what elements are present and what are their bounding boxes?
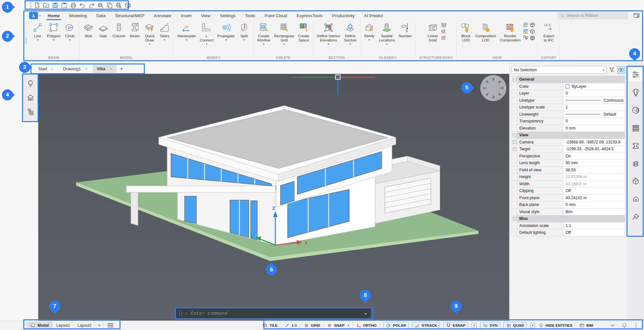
ribbon-tab-view[interactable]: View [201, 12, 211, 20]
tips-bulb-button[interactable] [26, 79, 35, 88]
chevron-down-icon[interactable] [37, 40, 39, 41]
line-button[interactable]: Line [30, 20, 45, 42]
chevron-down-icon[interactable]: ▾ [530, 323, 535, 328]
create-window-button[interactable]: CreateWindow [255, 20, 272, 46]
chevron-down-icon[interactable] [386, 44, 388, 46]
ribbon-tab-settings[interactable]: Settings [220, 12, 236, 20]
chevron-down-icon[interactable] [186, 40, 188, 41]
collapse-icon[interactable]: − [513, 78, 516, 81]
layout-list-button[interactable] [104, 322, 117, 329]
wall-button[interactable]: Wall [81, 20, 96, 39]
linear-solid-button[interactable]: LinearSolid [425, 20, 440, 43]
document-tab-drawing1[interactable]: Drawing1 [59, 65, 92, 73]
layout-tab-layout2[interactable]: Layout2 [74, 322, 95, 329]
selection-dropdown[interactable]: No Selection ▾ [512, 66, 606, 74]
status-toggle-tile[interactable]: TILE [262, 323, 278, 328]
bimify-button[interactable]: Bimify [362, 20, 377, 42]
property-value[interactable]: -23658.89, -38572.09, 13233.9 [563, 139, 625, 146]
property-value[interactable]: 0 mm [563, 201, 625, 208]
status-toggle-grid[interactable]: GRID [304, 323, 320, 328]
block-lod-button[interactable]: BlockLOD [458, 20, 473, 43]
ribbon-tab-modeling[interactable]: Modeling [69, 12, 87, 20]
stairs-button[interactable]: Stairs [157, 20, 172, 42]
circle-button[interactable]: Circle [63, 20, 77, 42]
ribbon-tab-structural-mep[interactable]: Structural/MEP [115, 12, 145, 20]
viewport-3d[interactable]: ZYX : Enter command ▲ [38, 74, 509, 321]
command-line-grip[interactable] [179, 311, 182, 316]
air-balloon-button[interactable] [628, 85, 643, 99]
property-value[interactable]: 50 mm [563, 160, 625, 166]
property-value[interactable]: 43.24102 m [563, 195, 625, 201]
new-tab-button[interactable]: + [117, 66, 126, 72]
beam-button[interactable]: Beam [127, 20, 142, 39]
polygon-button[interactable]: Polygon [45, 20, 63, 42]
navigation-compass[interactable] [480, 75, 506, 101]
expand-icon[interactable]: + [513, 140, 516, 144]
property-value[interactable]: 0 mm [563, 125, 625, 132]
l-connect-button[interactable]: LConnect [198, 20, 215, 46]
chevron-down-icon[interactable] [53, 40, 55, 41]
property-value[interactable]: Continuous [563, 97, 625, 104]
chevron-down-icon[interactable] [206, 44, 208, 46]
property-value[interactable]: 22.52356 m [563, 174, 625, 180]
chevron-down-icon[interactable]: ▾ [471, 323, 477, 328]
number-button[interactable]: 19Number [397, 20, 414, 39]
property-value[interactable]: 38.58 [563, 167, 625, 174]
property-value[interactable]: Bim [563, 209, 625, 215]
save-button[interactable] [52, 2, 59, 9]
close-icon[interactable] [84, 67, 88, 71]
chevron-down-icon[interactable] [328, 44, 329, 46]
status-toggle-bim[interactable]: BIM [579, 323, 593, 328]
expand-icon[interactable]: + [513, 147, 516, 151]
bell-button[interactable] [621, 323, 627, 328]
command-line-input[interactable]: : Enter command ▲ [176, 308, 371, 318]
ribbon-tab-productivity[interactable]: Productivity [332, 12, 355, 20]
properties-section-misc[interactable]: −Misc [512, 215, 625, 222]
property-value[interactable]: 0 [563, 90, 625, 97]
property-value[interactable]: Off [563, 229, 625, 236]
status-toggle-polar[interactable]: POLAR [383, 322, 408, 329]
publish-button[interactable] [115, 2, 122, 9]
ribbon-tab-expresstools[interactable]: ExpressTools [296, 12, 323, 20]
composition-button[interactable] [628, 121, 643, 135]
chevron-down-icon[interactable] [263, 44, 265, 46]
redo-button[interactable] [88, 2, 95, 9]
chevron-down-icon[interactable] [349, 44, 351, 46]
panel-drag-handle[interactable]: ······ [512, 63, 625, 66]
property-value[interactable]: -1299.33, -2528.81, 4824.5 [563, 146, 625, 153]
spatial-locations-button[interactable]: SpatialLocations [377, 20, 397, 46]
chevron-down-button[interactable] [610, 323, 615, 328]
column-button[interactable]: Column [111, 20, 128, 39]
chevron-down-icon[interactable] [243, 40, 245, 41]
document-tab-villa[interactable]: Villa [93, 65, 117, 73]
frame-profile-2-button[interactable] [441, 29, 446, 34]
ribbon-tab-tools[interactable]: Tools [245, 12, 256, 20]
print-button[interactable] [70, 2, 77, 9]
chevron-down-icon[interactable] [164, 40, 166, 41]
property-value[interactable]: ByLayer [563, 83, 625, 90]
chevron-down-icon[interactable]: ▾ [348, 324, 349, 327]
status-toggle-snap[interactable]: SNAP [327, 323, 344, 328]
chevron-down-icon[interactable] [283, 44, 285, 46]
ribbon-tab-data[interactable]: Data [96, 12, 106, 20]
property-value[interactable]: Default [563, 111, 625, 118]
home-button[interactable] [26, 93, 35, 102]
chevron-down-icon[interactable] [149, 44, 151, 46]
define-interior-elevations-button[interactable]: Define InteriorElevations [315, 20, 342, 46]
status-toggle-ortho[interactable]: ORTHO [356, 323, 377, 328]
chevron-down-icon[interactable] [225, 40, 227, 41]
save-as-button[interactable] [61, 2, 68, 9]
command-expand-icon[interactable]: ▲ [364, 312, 367, 315]
open-file-button[interactable] [43, 2, 50, 9]
ribbon-tab-point-cloud[interactable]: Point Cloud [264, 12, 288, 20]
status-toggle-dyn[interactable]: DYN [480, 322, 500, 329]
select-similar-button[interactable] [523, 35, 529, 41]
cube-top-button[interactable] [530, 22, 535, 28]
status-toggle-quad[interactable]: QUAD [503, 322, 527, 329]
cube-iso-button[interactable] [530, 29, 535, 34]
copy-button[interactable] [106, 2, 113, 9]
pin-button[interactable] [628, 210, 643, 224]
define-section-button[interactable]: DefineSection [342, 20, 358, 46]
filter-properties-button[interactable] [608, 66, 616, 74]
blockify-on-button[interactable] [523, 22, 529, 28]
